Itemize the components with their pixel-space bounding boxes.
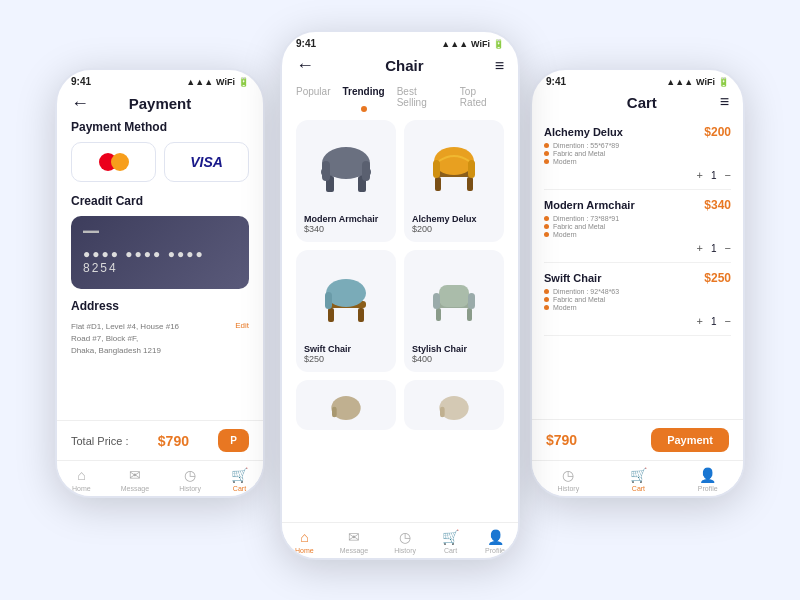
cart-item-3-name: Swift Chair bbox=[544, 272, 601, 284]
chair-card-6[interactable] bbox=[404, 380, 504, 430]
back-button-left[interactable]: ← bbox=[71, 93, 89, 114]
svg-rect-21 bbox=[433, 293, 440, 309]
cart-menu-icon[interactable]: ≡ bbox=[720, 93, 729, 111]
cart-item-3-dim: Dimention : 92*48*63 bbox=[553, 288, 619, 295]
address-edit-button[interactable]: Edit bbox=[235, 321, 249, 330]
svg-rect-13 bbox=[328, 308, 334, 322]
cart-item-1-name: Alchemy Delux bbox=[544, 126, 623, 138]
nav-profile-right[interactable]: 👤 Profile bbox=[698, 467, 718, 492]
chair-card-2[interactable]: Alchemy Delux $200 bbox=[404, 120, 504, 242]
chair-price-3: $250 bbox=[304, 354, 388, 364]
nav-home-label-left: Home bbox=[72, 485, 91, 492]
chair-card-4[interactable]: Stylish Chair $400 bbox=[404, 250, 504, 372]
nav-message-label-left: Message bbox=[121, 485, 149, 492]
credit-card-visual: ▬▬ ●●●● ●●●● ●●●● 8254 bbox=[71, 216, 249, 289]
svg-rect-7 bbox=[435, 177, 441, 191]
visa-logo: VISA bbox=[190, 154, 223, 170]
chair5-svg bbox=[321, 388, 371, 428]
chair-card-3[interactable]: Swift Chair $250 bbox=[296, 250, 396, 372]
nav-cart-left[interactable]: 🛒 Cart bbox=[231, 467, 248, 492]
chair-name-2: Alchemy Delux bbox=[412, 214, 496, 224]
back-button-center[interactable]: ← bbox=[296, 55, 314, 76]
qty-plus-2[interactable]: + bbox=[697, 242, 703, 254]
nav-profile-center[interactable]: 👤 Profile bbox=[485, 529, 505, 554]
svg-rect-4 bbox=[322, 161, 330, 181]
cart-item-2-detail-3: Modern bbox=[544, 231, 731, 238]
payment-button[interactable]: Payment bbox=[651, 428, 729, 452]
qty-3: 1 bbox=[711, 316, 717, 327]
history-icon-center: ◷ bbox=[399, 529, 411, 545]
home-icon-center: ⌂ bbox=[300, 529, 308, 545]
cart-item-2-header: Modern Armchair $340 bbox=[544, 198, 731, 212]
swift-chair-svg bbox=[311, 263, 381, 333]
pay-button[interactable]: P bbox=[218, 429, 249, 452]
payment-total-bar: Total Price : $790 P bbox=[57, 420, 263, 460]
svg-rect-10 bbox=[433, 160, 440, 178]
nav-history-left[interactable]: ◷ History bbox=[179, 467, 201, 492]
qty-minus-3[interactable]: − bbox=[725, 315, 731, 327]
visa-option[interactable]: VISA bbox=[164, 142, 249, 182]
home-icon-left: ⌂ bbox=[77, 467, 85, 483]
chair-name-3: Swift Chair bbox=[304, 344, 388, 354]
payment-content: Payment Method VISA Creadit Card ▬▬ ●●●●… bbox=[57, 120, 263, 420]
tab-best-selling[interactable]: Best Selling bbox=[397, 86, 448, 112]
cart-icon-right: 🛒 bbox=[630, 467, 647, 483]
dot-icon bbox=[544, 143, 549, 148]
nav-profile-label-center: Profile bbox=[485, 547, 505, 554]
status-time-center: 9:41 bbox=[296, 38, 316, 49]
nav-home-left[interactable]: ⌂ Home bbox=[72, 467, 91, 492]
chair-card-5[interactable] bbox=[296, 380, 396, 430]
qty-plus-3[interactable]: + bbox=[697, 315, 703, 327]
dot-icon bbox=[544, 224, 549, 229]
profile-icon-right: 👤 bbox=[699, 467, 716, 483]
nav-cart-center[interactable]: 🛒 Cart bbox=[442, 529, 459, 554]
payment-title: Payment bbox=[129, 95, 192, 112]
nav-history-center[interactable]: ◷ History bbox=[394, 529, 416, 554]
qty-plus-1[interactable]: + bbox=[697, 169, 703, 181]
qty-minus-2[interactable]: − bbox=[725, 242, 731, 254]
nav-cart-label-left: Cart bbox=[233, 485, 246, 492]
svg-rect-18 bbox=[436, 308, 441, 321]
filter-icon[interactable]: ≡ bbox=[495, 57, 504, 75]
tab-popular[interactable]: Popular bbox=[296, 86, 330, 112]
payment-method-label: Payment Method bbox=[71, 120, 249, 134]
mastercard-option[interactable] bbox=[71, 142, 156, 182]
svg-rect-16 bbox=[325, 292, 332, 309]
cart-item-3-fabric: Fabric and Metal bbox=[553, 296, 605, 303]
cart-item-2-style: Modern bbox=[553, 231, 577, 238]
tab-trending[interactable]: Trending bbox=[342, 86, 384, 112]
cart-item-3-detail-2: Fabric and Metal bbox=[544, 296, 731, 303]
cart-item-1-price: $200 bbox=[704, 125, 731, 139]
cart-total-bar: $790 Payment bbox=[532, 419, 743, 460]
cart-item-2-name: Modern Armchair bbox=[544, 199, 635, 211]
cart-item-2-fabric: Fabric and Metal bbox=[553, 223, 605, 230]
status-time-left: 9:41 bbox=[71, 76, 91, 87]
status-icons-left: ▲▲▲ WiFi 🔋 bbox=[186, 77, 249, 87]
nav-home-center[interactable]: ⌂ Home bbox=[295, 529, 314, 554]
message-icon-left: ✉ bbox=[129, 467, 141, 483]
cart-item-1-detail-2: Fabric and Metal bbox=[544, 150, 731, 157]
qty-minus-1[interactable]: − bbox=[725, 169, 731, 181]
cart-item-3-price: $250 bbox=[704, 271, 731, 285]
chair-img-6 bbox=[412, 388, 496, 428]
tab-top-rated[interactable]: Top Rated bbox=[460, 86, 504, 112]
nav-message-center[interactable]: ✉ Message bbox=[340, 529, 368, 554]
dot-icon bbox=[544, 305, 549, 310]
nav-history-right[interactable]: ◷ History bbox=[557, 467, 579, 492]
dot-icon bbox=[544, 159, 549, 164]
svg-rect-11 bbox=[468, 160, 475, 178]
chair-card-1[interactable]: Modern Armchair $340 bbox=[296, 120, 396, 242]
svg-rect-22 bbox=[468, 293, 475, 309]
dot-icon bbox=[544, 232, 549, 237]
nav-cart-right[interactable]: 🛒 Cart bbox=[630, 467, 647, 492]
status-icons-right: ▲▲▲ WiFi 🔋 bbox=[666, 77, 729, 87]
cart-item-3-header: Swift Chair $250 bbox=[544, 271, 731, 285]
svg-rect-14 bbox=[358, 308, 364, 322]
status-time-right: 9:41 bbox=[546, 76, 566, 87]
nav-cart-label-center: Cart bbox=[444, 547, 457, 554]
nav-message-left[interactable]: ✉ Message bbox=[121, 467, 149, 492]
address-text: Flat #D1, Level #4, House #16 Road #7, B… bbox=[71, 321, 179, 357]
cart-item-3-detail-1: Dimention : 92*48*63 bbox=[544, 288, 731, 295]
qty-2: 1 bbox=[711, 243, 717, 254]
stylish-chair-svg bbox=[419, 263, 489, 333]
